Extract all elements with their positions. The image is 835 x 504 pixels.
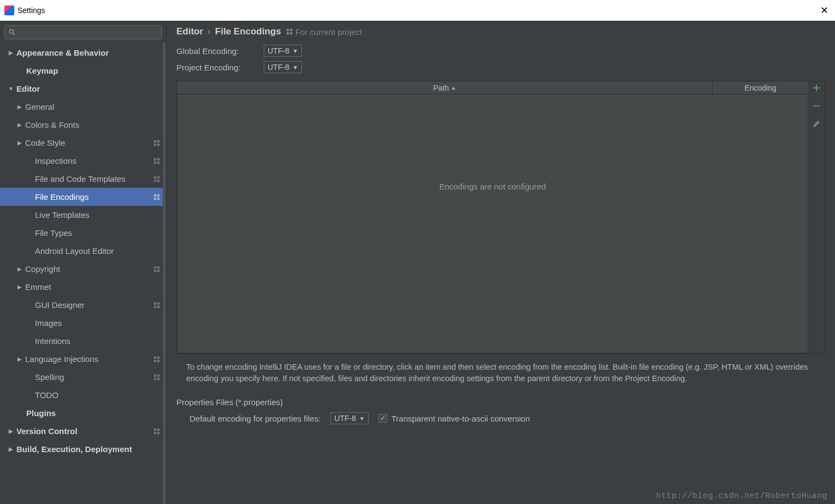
sidebar-item-version-control[interactable]: ▶Version Control [0, 422, 166, 440]
sidebar-item-code-style[interactable]: ▶Code Style [0, 134, 166, 152]
sidebar-item-images[interactable]: Images [0, 314, 166, 332]
sidebar-item-label: Live Templates [35, 210, 90, 220]
sidebar-item-emmet[interactable]: ▶Emmet [0, 278, 166, 296]
svg-rect-27 [157, 356, 159, 358]
sidebar-item-spelling[interactable]: Spelling [0, 368, 166, 386]
svg-rect-15 [157, 194, 159, 196]
chevron-down-icon: ▼ [293, 64, 298, 70]
sidebar-item-label: TODO [35, 390, 58, 400]
project-scope-icon [153, 373, 161, 381]
sidebar-item-label: Editor [16, 84, 40, 93]
properties-default-select[interactable]: UTF-8 ▼ [330, 412, 369, 424]
sidebar-item-label: Android Layout Editor [35, 246, 114, 256]
sidebar: ▶Appearance & BehaviorKeymap▼Editor▶Gene… [0, 21, 167, 504]
project-scope-icon [153, 175, 161, 183]
sidebar-item-label: GUI Designer [35, 300, 85, 310]
chevron-right-icon: ▶ [16, 266, 23, 272]
sidebar-item-label: Colors & Fonts [25, 120, 79, 129]
sidebar-item-label: Images [35, 318, 62, 328]
encoding-table: Path ▲ Encoding Encodings are not config… [176, 81, 825, 354]
sidebar-item-inspections[interactable]: Inspections [0, 152, 166, 170]
svg-rect-33 [157, 377, 159, 380]
properties-default-label: Default encoding for properties files: [189, 414, 321, 423]
sidebar-item-android-layout-editor[interactable]: Android Layout Editor [0, 242, 166, 260]
chevron-down-icon: ▼ [8, 86, 14, 92]
sidebar-item-editor[interactable]: ▼Editor [0, 80, 166, 98]
project-scope-icon [286, 28, 293, 35]
svg-rect-5 [157, 143, 159, 145]
sidebar-item-label: File and Code Templates [35, 174, 126, 183]
svg-rect-12 [154, 179, 156, 181]
svg-rect-23 [157, 302, 159, 304]
svg-rect-13 [157, 179, 159, 181]
sidebar-item-keymap[interactable]: Keymap [0, 62, 166, 80]
chevron-right-icon: ▶ [16, 284, 23, 290]
settings-tree: ▶Appearance & BehaviorKeymap▼Editor▶Gene… [0, 44, 166, 504]
sidebar-item-colors-fonts[interactable]: ▶Colors & Fonts [0, 116, 166, 134]
transparent-ascii-checkbox[interactable]: ✓ Transparent native-to-ascii conversion [378, 414, 530, 423]
pencil-icon [812, 120, 821, 128]
svg-rect-28 [154, 359, 156, 361]
global-encoding-select[interactable]: UTF-8 ▼ [264, 45, 302, 57]
svg-line-1 [13, 33, 15, 35]
minus-icon [812, 102, 821, 110]
close-icon[interactable]: ✕ [818, 2, 831, 19]
breadcrumb-leaf: File Encodings [215, 26, 281, 37]
breadcrumb-root: Editor [176, 26, 203, 37]
sidebar-item-label: Code Style [25, 138, 65, 147]
chevron-right-icon: ▶ [16, 356, 23, 362]
breadcrumb: Editor › File Encodings For current proj… [176, 26, 825, 45]
sidebar-item-label: Language Injections [25, 354, 98, 364]
sidebar-item-label: Intentions [35, 336, 70, 346]
svg-rect-24 [154, 305, 156, 307]
svg-rect-31 [157, 374, 159, 376]
sidebar-item-label: Plugins [26, 408, 56, 418]
add-button[interactable] [812, 84, 821, 94]
app-icon [4, 5, 14, 15]
sidebar-item-plugins[interactable]: Plugins [0, 404, 166, 422]
watermark: http://blog.csdn.net/RobertoHuang [656, 491, 827, 501]
svg-rect-39 [290, 29, 292, 31]
sidebar-item-file-encodings[interactable]: File Encodings [0, 188, 166, 206]
help-text: To change encoding IntelliJ IDEA uses fo… [176, 354, 825, 394]
sidebar-item-appearance-behavior[interactable]: ▶Appearance & Behavior [0, 44, 166, 62]
project-scope-icon [153, 428, 161, 435]
svg-rect-37 [157, 431, 159, 434]
svg-rect-7 [157, 158, 159, 160]
table-empty-text: Encodings are not configured [177, 94, 808, 353]
chevron-right-icon: ▶ [16, 140, 23, 146]
column-header-path[interactable]: Path ▲ [177, 81, 713, 94]
sidebar-item-general[interactable]: ▶General [0, 98, 166, 116]
project-encoding-select[interactable]: UTF-8 ▼ [264, 61, 302, 73]
svg-rect-21 [157, 269, 159, 271]
project-scope-icon [153, 301, 161, 309]
chevron-right-icon: ▶ [8, 446, 14, 452]
sidebar-item-copyright[interactable]: ▶Copyright [0, 260, 166, 278]
sidebar-item-label: Build, Execution, Deployment [16, 444, 132, 454]
svg-rect-16 [154, 197, 156, 199]
svg-rect-38 [286, 29, 288, 31]
svg-rect-8 [154, 161, 156, 163]
sidebar-item-file-types[interactable]: File Types [0, 224, 166, 242]
breadcrumb-separator: › [208, 26, 211, 37]
checkmark-icon: ✓ [378, 414, 387, 423]
sidebar-item-build-execution-deployment[interactable]: ▶Build, Execution, Deployment [0, 440, 166, 458]
search-input[interactable] [4, 25, 162, 39]
svg-rect-9 [157, 161, 159, 163]
sidebar-item-file-and-code-templates[interactable]: File and Code Templates [0, 170, 166, 188]
sidebar-item-todo[interactable]: TODO [0, 386, 166, 404]
sidebar-item-intentions[interactable]: Intentions [0, 332, 166, 350]
breadcrumb-scope: For current project [286, 27, 363, 37]
svg-rect-32 [154, 377, 156, 380]
sidebar-item-label: Emmet [25, 282, 51, 292]
svg-rect-20 [154, 269, 156, 271]
search-icon [8, 28, 16, 36]
sidebar-item-gui-designer[interactable]: GUI Designer [0, 296, 166, 314]
column-header-encoding[interactable]: Encoding [713, 81, 808, 94]
chevron-right-icon: ▶ [8, 428, 14, 434]
sidebar-item-language-injections[interactable]: ▶Language Injections [0, 350, 166, 368]
remove-button[interactable] [812, 102, 821, 112]
edit-button[interactable] [812, 120, 821, 130]
svg-rect-19 [157, 266, 159, 268]
sidebar-item-live-templates[interactable]: Live Templates [0, 206, 166, 224]
